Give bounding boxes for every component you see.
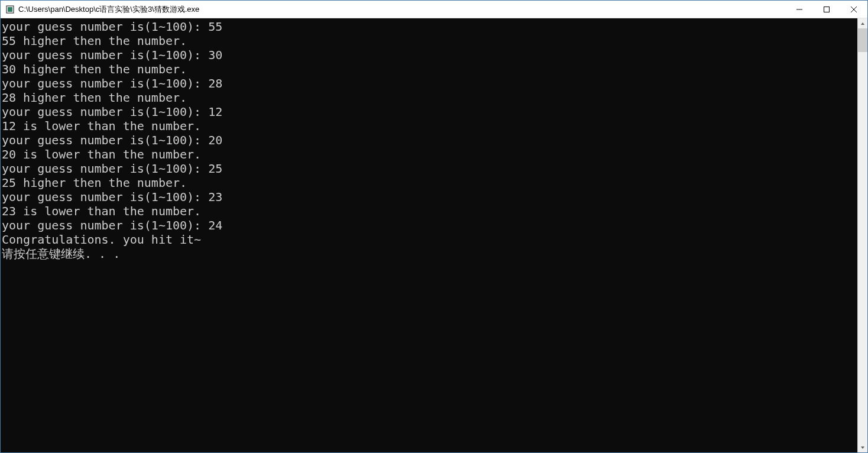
console-area: your guess number is(1~100): 5555 higher… (1, 18, 867, 452)
console-line: 20 is lower than the number. (2, 147, 857, 161)
console-line: 12 is lower than the number. (2, 119, 857, 133)
console-line: Congratulations. you hit it~ (2, 232, 857, 247)
scroll-track[interactable] (858, 28, 867, 442)
console-line: your guess number is(1~100): 23 (2, 190, 857, 204)
svg-rect-3 (824, 7, 830, 12)
console-output[interactable]: your guess number is(1~100): 5555 higher… (1, 18, 857, 452)
console-line: your guess number is(1~100): 25 (2, 161, 857, 176)
svg-rect-1 (8, 7, 12, 12)
console-line: your guess number is(1~100): 28 (2, 76, 857, 90)
console-window: C:\Users\pan\Desktop\c语言实验\实验3\猜数游戏.exe (0, 0, 868, 453)
scroll-up-button[interactable] (858, 18, 867, 28)
maximize-button[interactable] (813, 1, 840, 18)
console-line: your guess number is(1~100): 55 (2, 20, 857, 34)
console-line: your guess number is(1~100): 20 (2, 133, 857, 147)
close-button[interactable] (840, 1, 867, 18)
window-controls (786, 1, 867, 18)
console-line: 28 higher then the number. (2, 90, 857, 105)
console-line: your guess number is(1~100): 12 (2, 105, 857, 119)
vertical-scrollbar[interactable] (857, 18, 867, 452)
console-line: 请按任意键继续. . . (2, 247, 857, 261)
console-line: 25 higher then the number. (2, 176, 857, 190)
app-icon (5, 5, 15, 14)
console-line: your guess number is(1~100): 24 (2, 218, 857, 232)
console-line: 30 higher then the number. (2, 62, 857, 76)
title-bar: C:\Users\pan\Desktop\c语言实验\实验3\猜数游戏.exe (1, 1, 867, 18)
console-line: 55 higher then the number. (2, 34, 857, 48)
window-title: C:\Users\pan\Desktop\c语言实验\实验3\猜数游戏.exe (18, 4, 786, 15)
scroll-thumb[interactable] (858, 28, 867, 52)
console-line: your guess number is(1~100): 30 (2, 48, 857, 62)
console-line: 23 is lower than the number. (2, 204, 857, 218)
scroll-down-button[interactable] (858, 442, 867, 452)
minimize-button[interactable] (786, 1, 813, 18)
